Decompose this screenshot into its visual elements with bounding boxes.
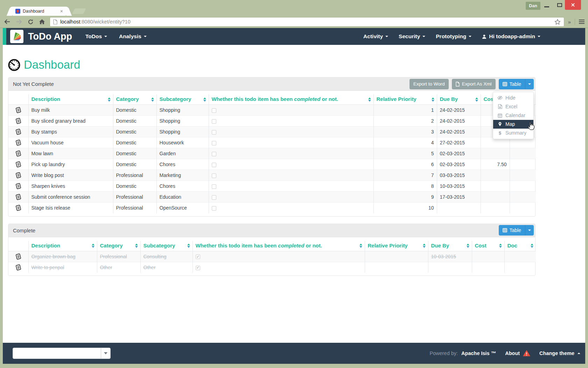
- sort-icon[interactable]: [359, 244, 362, 248]
- column-header[interactable]: Whether this todo item has been complete…: [192, 241, 365, 251]
- description-text[interactable]: Buy stamps: [31, 129, 57, 135]
- column-header[interactable]: Whether this todo item has been complete…: [209, 94, 373, 105]
- completed-checkbox[interactable]: [212, 206, 216, 211]
- table-row[interactable]: Stage Isis releaseProfessionalOpenSource…: [8, 203, 536, 213]
- description-text[interactable]: Buy milk: [31, 107, 50, 113]
- description-text[interactable]: Write blog post: [31, 172, 64, 178]
- window-close-button[interactable]: [565, 0, 581, 10]
- home-button[interactable]: [38, 18, 46, 26]
- description-text[interactable]: Stage Isis release: [31, 205, 70, 211]
- completed-checkbox[interactable]: [212, 173, 216, 178]
- sort-icon[interactable]: [92, 244, 94, 248]
- column-header[interactable]: Subcategory: [156, 94, 209, 105]
- column-header[interactable]: Due By: [428, 241, 472, 251]
- completed-checkbox[interactable]: [212, 184, 216, 189]
- apache-isis-link[interactable]: Apache Isis ™: [461, 350, 496, 356]
- change-theme-link[interactable]: Change theme: [539, 350, 580, 356]
- table-row[interactable]: Write blog postProfessionalMarketing703-…: [8, 170, 536, 181]
- nav-item-hi-todoapp-admin[interactable]: Hi todoapp-admin: [482, 33, 540, 40]
- app-brand[interactable]: ToDo App: [28, 31, 72, 42]
- window-maximize-button[interactable]: [554, 0, 566, 10]
- nav-item-activity[interactable]: Activity: [363, 33, 388, 40]
- completed-checkbox[interactable]: [212, 152, 216, 156]
- table-row[interactable]: Write to penpalOtherOther: [8, 262, 536, 273]
- completed-checkbox[interactable]: [212, 130, 216, 135]
- forward-button[interactable]: [15, 18, 23, 26]
- reload-button[interactable]: [27, 18, 34, 26]
- description-text[interactable]: Buy sliced granary bread: [31, 118, 86, 124]
- menu-item-excel[interactable]: Excel: [493, 102, 533, 111]
- address-bar[interactable]: localhost:8080/wicket/entity?10: [50, 17, 564, 27]
- table-row[interactable]: Pick up laundryDomesticChores602-03-2015…: [8, 159, 536, 170]
- sort-icon[interactable]: [187, 244, 190, 248]
- description-text[interactable]: Pick up laundry: [31, 162, 65, 167]
- sort-icon[interactable]: [531, 244, 533, 248]
- back-button[interactable]: [4, 18, 11, 26]
- view-switcher-caret-button[interactable]: [525, 225, 534, 236]
- browser-menu-button[interactable]: [579, 19, 584, 25]
- table-row[interactable]: Buy milkDomesticShopping124-02-2015: [8, 105, 536, 116]
- menu-item-hide[interactable]: Hide: [493, 94, 533, 102]
- table-row[interactable]: Sharpen knivesDomesticChores810-03-2015: [8, 181, 536, 192]
- sort-icon[interactable]: [108, 97, 111, 102]
- table-row[interactable]: Buy stampsDomesticShopping324-02-2015: [8, 127, 536, 137]
- column-header[interactable]: Relative Priority: [365, 241, 428, 251]
- sort-icon[interactable]: [467, 244, 469, 248]
- footer-select[interactable]: [13, 348, 111, 359]
- column-header[interactable]: Relative Priority: [373, 94, 437, 105]
- sort-icon[interactable]: [203, 97, 206, 102]
- nav-item-prototyping[interactable]: Prototyping: [436, 33, 471, 40]
- export-to-word-button[interactable]: Export to Word: [410, 79, 449, 89]
- tab-close-icon[interactable]: ×: [60, 9, 63, 14]
- table-row[interactable]: Submit conference sessionProfessionalEdu…: [8, 192, 536, 203]
- view-switcher-caret-button[interactable]: [525, 79, 534, 89]
- completed-checkbox[interactable]: [212, 195, 216, 200]
- nav-item-todos[interactable]: ToDos: [85, 33, 107, 40]
- description-text[interactable]: Sharpen knives: [31, 183, 65, 189]
- table-row[interactable]: Organize brown bagProfessionalConsulting…: [8, 251, 536, 262]
- menu-item-calendar[interactable]: Calendar: [493, 111, 533, 120]
- nav-item-security[interactable]: Security: [399, 33, 425, 40]
- table-row[interactable]: Vacuum houseDomesticHousework427-02-2015: [8, 137, 536, 148]
- browser-tab[interactable]: Dashboard ×: [13, 7, 66, 16]
- sort-icon[interactable]: [475, 97, 478, 102]
- completed-checkbox[interactable]: [196, 254, 200, 259]
- menu-item-map[interactable]: Map: [493, 120, 533, 129]
- about-link[interactable]: About: [505, 350, 530, 356]
- overflow-chevron-icon[interactable]: »: [568, 19, 571, 25]
- description-text[interactable]: Organize brown bag: [31, 254, 76, 259]
- url-text[interactable]: localhost:8080/wicket/entity?10: [60, 19, 131, 25]
- completed-checkbox[interactable]: [212, 119, 216, 124]
- window-minimize-button[interactable]: [541, 0, 553, 10]
- export-as-xml-button[interactable]: Export As Xml: [452, 79, 496, 89]
- table-row[interactable]: Mow lawnDomesticGarden502-03-2015: [8, 148, 536, 159]
- description-text[interactable]: Write to penpal: [31, 265, 64, 270]
- column-header[interactable]: Description: [28, 94, 113, 105]
- description-text[interactable]: Submit conference session: [31, 194, 90, 200]
- completed-checkbox[interactable]: [212, 108, 216, 113]
- column-header[interactable]: Cost: [472, 241, 504, 251]
- completed-checkbox[interactable]: [212, 163, 216, 167]
- sort-icon[interactable]: [432, 97, 434, 102]
- completed-checkbox[interactable]: [212, 141, 216, 145]
- column-header[interactable]: Doc: [504, 241, 536, 251]
- sort-icon[interactable]: [368, 97, 371, 102]
- app-logo[interactable]: [10, 30, 23, 43]
- sort-icon[interactable]: [423, 244, 426, 248]
- column-header[interactable]: Due By: [437, 94, 481, 105]
- menu-item-summary[interactable]: $Summary: [493, 129, 533, 137]
- table-view-button[interactable]: Table: [499, 79, 525, 89]
- table-view-button[interactable]: Table: [499, 225, 525, 236]
- sort-icon[interactable]: [499, 244, 502, 248]
- completed-checkbox[interactable]: [196, 266, 200, 270]
- browser-profile-badge[interactable]: Dan: [526, 2, 540, 10]
- description-text[interactable]: Mow lawn: [31, 151, 53, 156]
- column-header[interactable]: Subcategory: [140, 241, 192, 251]
- sort-icon[interactable]: [151, 97, 154, 102]
- description-text[interactable]: Vacuum house: [31, 140, 64, 145]
- sort-icon[interactable]: [135, 244, 138, 248]
- nav-item-analysis[interactable]: Analysis: [119, 33, 147, 40]
- column-header[interactable]: Category: [113, 94, 156, 105]
- bookmark-star-icon[interactable]: [554, 19, 561, 25]
- column-header[interactable]: Description: [28, 241, 97, 251]
